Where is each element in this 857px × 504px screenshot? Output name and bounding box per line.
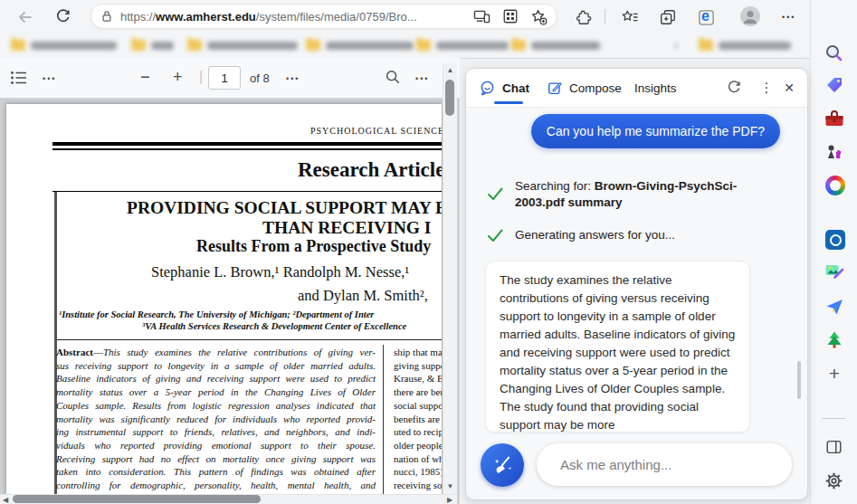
image-creator-icon[interactable] bbox=[824, 261, 845, 282]
close-panel-icon[interactable]: ✕ bbox=[780, 79, 798, 97]
extensions-icon[interactable] bbox=[576, 9, 594, 27]
scroll-down-arrow[interactable]: ▼ bbox=[443, 482, 457, 491]
outlook-icon[interactable] bbox=[825, 230, 845, 250]
toolbar-separator: | bbox=[199, 69, 203, 85]
bookmark-overflow-chevron[interactable]: › bbox=[674, 38, 678, 52]
ie-mode-icon[interactable]: e bbox=[697, 8, 717, 26]
affiliation-line2: ³VA Health Services Research & Developme… bbox=[142, 321, 406, 331]
settings-more-icon[interactable]: ••• bbox=[782, 13, 795, 22]
bookmark-item[interactable] bbox=[699, 36, 791, 54]
chat-panel-header: Chat Compose Insights ⋮ ✕ bbox=[466, 69, 807, 108]
active-tab-underline bbox=[494, 101, 523, 104]
split-screen-icon[interactable] bbox=[824, 438, 846, 460]
tree-icon[interactable] bbox=[824, 329, 846, 351]
add-favorite-icon[interactable] bbox=[530, 8, 548, 25]
bookmark-item[interactable] bbox=[11, 36, 117, 54]
scroll-left-arrow[interactable]: ◀ bbox=[3, 496, 8, 504]
folder-icon bbox=[11, 40, 25, 51]
bookmark-item[interactable] bbox=[187, 36, 298, 54]
back-icon[interactable] bbox=[16, 8, 34, 26]
pdf-vertical-scrollbar[interactable]: ▲ ▼ bbox=[443, 63, 457, 494]
abstract-line: Receiving support had no effect on morta… bbox=[56, 452, 376, 466]
folder-icon bbox=[187, 40, 202, 51]
rule bbox=[57, 339, 442, 340]
bookmark-label-blurred bbox=[207, 42, 298, 50]
tab-compose[interactable]: Compose bbox=[547, 69, 622, 107]
page-more-icon[interactable]: ••• bbox=[286, 74, 300, 83]
abstract-line: sus receiving support to longevity in a … bbox=[56, 359, 376, 373]
new-topic-button[interactable] bbox=[481, 443, 524, 487]
authors-line1: Stephanie L. Brown,¹ Randolph M. Nesse,¹ bbox=[151, 263, 409, 281]
url-path: /system/files/media/0759/Bro... bbox=[256, 10, 417, 24]
chat-input[interactable] bbox=[537, 443, 792, 486]
search-icon[interactable] bbox=[824, 43, 845, 64]
pdf-viewer: ••• − + | of 8 ••• ••• PSYCHOLOGICAL SCI… bbox=[0, 58, 460, 504]
page-number-input[interactable] bbox=[208, 66, 241, 90]
panel-more-icon[interactable]: ⋮ bbox=[757, 79, 776, 97]
bookmark-item[interactable] bbox=[131, 36, 174, 54]
bookmark-label-blurred bbox=[719, 42, 791, 50]
tab-compose-label: Compose bbox=[569, 81, 622, 95]
url-domain: www.amherst.edu bbox=[156, 10, 256, 24]
zoom-in-button[interactable]: + bbox=[173, 69, 183, 85]
browser-toolbar: https://www.amherst.edu/system/files/med… bbox=[0, 0, 857, 59]
shopping-icon[interactable] bbox=[824, 75, 846, 97]
bookmark-item[interactable] bbox=[416, 36, 509, 54]
abstract-line: controlling for demographic, personality… bbox=[56, 479, 376, 492]
collections-icon[interactable] bbox=[659, 8, 677, 26]
bookmark-item[interactable] bbox=[306, 36, 414, 54]
pdf-toolbar: ••• − + | of 8 ••• ••• bbox=[0, 58, 460, 99]
settings-gear-icon[interactable] bbox=[824, 471, 846, 493]
second-column-text: ship that maygiving supportKrause, & Ben… bbox=[394, 346, 442, 492]
horizontal-scroll-thumb[interactable] bbox=[13, 495, 261, 503]
page-count-label: of 8 bbox=[250, 71, 270, 85]
tab-insights[interactable]: Insights bbox=[634, 69, 677, 107]
step-prefix: Searching for: bbox=[515, 179, 595, 193]
abstract-line: mortality was significantly reduced for … bbox=[56, 413, 376, 426]
abstract-line: mortality status over a 5-year period in… bbox=[56, 385, 376, 399]
url-text: https://www.amherst.edu/system/files/med… bbox=[120, 10, 417, 24]
microsoft-365-icon[interactable] bbox=[825, 176, 845, 195]
lock-icon[interactable] bbox=[100, 9, 113, 24]
folder-icon bbox=[131, 40, 146, 51]
profile-avatar[interactable] bbox=[740, 6, 760, 26]
rule bbox=[52, 142, 442, 146]
scroll-up-arrow[interactable]: ▲ bbox=[443, 66, 457, 75]
drop-icon[interactable] bbox=[824, 297, 846, 319]
generating-step-text: Generating answers for you... bbox=[515, 227, 774, 243]
refresh-chat-icon[interactable] bbox=[726, 80, 744, 98]
tools-icon[interactable] bbox=[824, 109, 845, 130]
toolbar-overflow-icon[interactable]: ••• bbox=[415, 74, 429, 83]
check-icon bbox=[486, 185, 504, 203]
vertical-scroll-thumb[interactable] bbox=[445, 80, 454, 116]
apps-grid-icon[interactable] bbox=[502, 8, 519, 24]
rule bbox=[52, 148, 442, 150]
address-bar[interactable]: https://www.amherst.edu/system/files/med… bbox=[90, 4, 557, 29]
scroll-right-arrow[interactable]: ▶ bbox=[447, 496, 452, 504]
journal-header: PSYCHOLOGICAL SCIENCE bbox=[310, 126, 442, 136]
refresh-icon[interactable] bbox=[54, 8, 72, 26]
sidebar-divider bbox=[822, 418, 845, 419]
article-title-line1: PROVIDING SOCIAL SUPPORT MAY BE bbox=[127, 198, 442, 218]
bookmark-item[interactable] bbox=[511, 36, 600, 54]
column-divider bbox=[383, 345, 384, 494]
folder-icon bbox=[306, 40, 320, 51]
folder-icon bbox=[699, 40, 713, 51]
favorites-icon[interactable] bbox=[621, 9, 639, 27]
add-to-sidebar-icon[interactable]: + bbox=[824, 364, 845, 385]
column2-line: giving support bbox=[394, 359, 442, 373]
send-to-device-icon[interactable] bbox=[473, 9, 490, 24]
url-scheme: https:// bbox=[120, 10, 156, 24]
abstract-line: Couples sample. Results from logistic re… bbox=[56, 399, 376, 413]
column2-line: benefits are oft bbox=[394, 413, 442, 426]
column2-line: nucci, 1985). bbox=[394, 465, 442, 479]
article-type: Research Article bbox=[298, 158, 442, 182]
chat-scroll-thumb[interactable] bbox=[797, 361, 801, 399]
zoom-out-button[interactable]: − bbox=[140, 69, 150, 85]
games-icon[interactable] bbox=[824, 142, 846, 164]
pdf-search-icon[interactable] bbox=[385, 69, 401, 85]
bookmarks-bar: › bbox=[0, 33, 810, 58]
toolbar-more-icon[interactable]: ••• bbox=[43, 74, 56, 83]
column2-line: Krause, & Ben bbox=[394, 372, 442, 385]
table-of-contents-icon[interactable] bbox=[10, 70, 28, 86]
